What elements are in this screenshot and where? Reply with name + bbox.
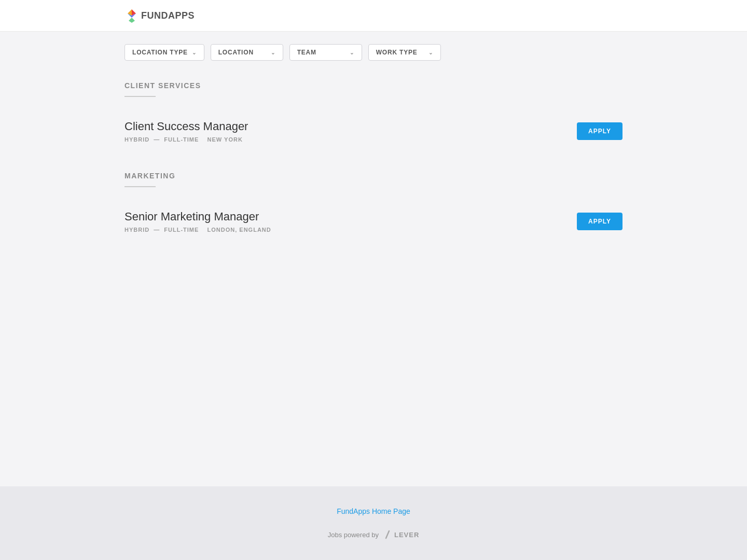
job-section-1: MARKETINGSenior Marketing ManagerHYBRID …: [125, 172, 622, 241]
location-type-dropdown[interactable]: LOCATION TYPE ⌄: [125, 44, 204, 61]
team-label: TEAM: [297, 49, 316, 56]
filters-bar: LOCATION TYPE ⌄ LOCATION ⌄ TEAM ⌄ WORK T…: [0, 32, 747, 61]
section-title: MARKETING: [125, 172, 622, 180]
apply-button[interactable]: APPLY: [577, 122, 622, 140]
fundapps-home-link[interactable]: FundApps Home Page: [10, 507, 737, 515]
job-info: Senior Marketing ManagerHYBRID — FULL-TI…: [125, 210, 271, 233]
chevron-down-icon: ⌄: [428, 50, 433, 55]
work-type-dropdown[interactable]: WORK TYPE ⌄: [368, 44, 441, 61]
job-title: Client Success Manager: [125, 120, 248, 133]
work-type-label: WORK TYPE: [376, 49, 418, 56]
apply-button[interactable]: APPLY: [577, 213, 622, 230]
job-info: Client Success ManagerHYBRID — FULL-TIME…: [125, 120, 248, 143]
lever-logo: LEVER: [383, 530, 419, 539]
team-dropdown[interactable]: TEAM ⌄: [289, 44, 362, 61]
job-title: Senior Marketing Manager: [125, 210, 271, 223]
site-header: FUNDAPPS: [0, 0, 747, 32]
section-divider: [125, 186, 156, 187]
svg-marker-4: [129, 18, 135, 23]
main-content: CLIENT SERVICESClient Success ManagerHYB…: [114, 61, 633, 486]
job-meta: HYBRID — FULL-TIME LONDON, ENGLAND: [125, 227, 271, 233]
lever-slash-icon: [383, 530, 392, 539]
job-row: Senior Marketing ManagerHYBRID — FULL-TI…: [125, 202, 622, 241]
powered-by-label: Jobs powered by: [328, 531, 379, 539]
chevron-down-icon: ⌄: [192, 50, 197, 55]
powered-by: Jobs powered by LEVER: [10, 530, 737, 539]
section-title: CLIENT SERVICES: [125, 81, 622, 90]
section-divider: [125, 96, 156, 97]
location-dropdown[interactable]: LOCATION ⌄: [211, 44, 283, 61]
svg-line-5: [386, 531, 389, 538]
job-section-0: CLIENT SERVICESClient Success ManagerHYB…: [125, 81, 622, 151]
site-footer: FundApps Home Page Jobs powered by LEVER: [0, 486, 747, 560]
logo[interactable]: FUNDAPPS: [125, 8, 622, 23]
job-row: Client Success ManagerHYBRID — FULL-TIME…: [125, 111, 622, 151]
lever-text: LEVER: [394, 531, 419, 539]
location-label: LOCATION: [218, 49, 254, 56]
fundapps-logo-icon: [125, 8, 139, 23]
chevron-down-icon: ⌄: [350, 50, 354, 55]
location-type-label: LOCATION TYPE: [132, 49, 188, 56]
job-meta: HYBRID — FULL-TIME NEW YORK: [125, 136, 248, 143]
chevron-down-icon: ⌄: [271, 50, 275, 55]
logo-text: FUNDAPPS: [141, 10, 195, 21]
